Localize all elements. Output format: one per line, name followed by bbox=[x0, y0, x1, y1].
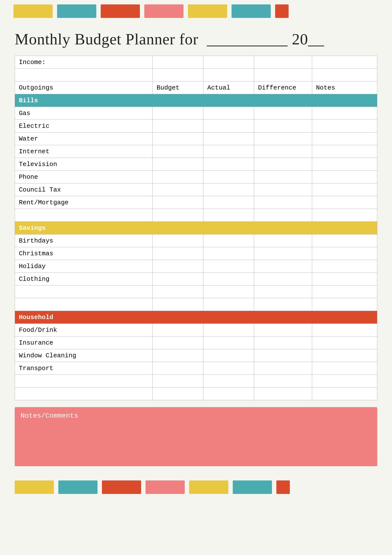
top-bar-yellow bbox=[13, 4, 53, 18]
title-area: Monthly Budget Planner for __________ 20… bbox=[0, 20, 392, 56]
savings-christmas-diff[interactable] bbox=[254, 247, 312, 260]
income-actual[interactable] bbox=[203, 56, 254, 69]
bills-television: Television bbox=[15, 158, 153, 171]
household-insurance-budget[interactable] bbox=[153, 336, 203, 349]
bills-tv-budget[interactable] bbox=[153, 158, 203, 171]
savings-christmas-budget[interactable] bbox=[153, 247, 203, 260]
bills-water-diff[interactable] bbox=[254, 132, 312, 145]
bills-phone-notes[interactable] bbox=[312, 171, 377, 183]
bills-tv-actual[interactable] bbox=[203, 158, 254, 171]
bills-gas: Gas bbox=[15, 107, 153, 120]
household-insurance-actual[interactable] bbox=[203, 336, 254, 349]
household-section-header: Household bbox=[15, 311, 377, 324]
household-transport-budget[interactable] bbox=[153, 362, 203, 375]
bills-electric-budget[interactable] bbox=[153, 120, 203, 132]
bills-gas-notes[interactable] bbox=[312, 107, 377, 120]
bills-electric-actual[interactable] bbox=[203, 120, 254, 132]
bills-council-tax-budget[interactable] bbox=[153, 183, 203, 196]
household-food-diff[interactable] bbox=[254, 324, 312, 336]
bills-water-budget[interactable] bbox=[153, 132, 203, 145]
bills-water-actual[interactable] bbox=[203, 132, 254, 145]
income-notes[interactable] bbox=[312, 56, 377, 69]
household-food-actual[interactable] bbox=[203, 324, 254, 336]
notes-section[interactable]: Notes/Comments bbox=[15, 407, 377, 466]
bills-gas-budget[interactable] bbox=[153, 107, 203, 120]
bills-electric-notes[interactable] bbox=[312, 120, 377, 132]
savings-clothing-budget[interactable] bbox=[153, 273, 203, 285]
household-transport-notes[interactable] bbox=[312, 362, 377, 375]
household-food-notes[interactable] bbox=[312, 324, 377, 336]
bills-rent-notes[interactable] bbox=[312, 196, 377, 209]
savings-holiday-diff[interactable] bbox=[254, 260, 312, 273]
header-budget: Budget bbox=[153, 81, 203, 94]
household-insurance-notes[interactable] bbox=[312, 336, 377, 349]
table-row: Rent/Mortgage bbox=[15, 196, 377, 209]
table-row: Window Cleaning bbox=[15, 349, 377, 362]
table-row: Television bbox=[15, 158, 377, 171]
savings-birthdays-budget[interactable] bbox=[153, 234, 203, 247]
bills-phone-actual[interactable] bbox=[203, 171, 254, 183]
bottom-bar-teal2 bbox=[233, 480, 272, 494]
savings-birthdays: Birthdays bbox=[15, 234, 153, 247]
bills-tv-notes[interactable] bbox=[312, 158, 377, 171]
bills-water-notes[interactable] bbox=[312, 132, 377, 145]
top-bar-teal bbox=[57, 4, 96, 18]
household-food-drink: Food/Drink bbox=[15, 324, 153, 336]
table-row: Food/Drink bbox=[15, 324, 377, 336]
savings-birthdays-diff[interactable] bbox=[254, 234, 312, 247]
savings-christmas-actual[interactable] bbox=[203, 247, 254, 260]
household-transport-actual[interactable] bbox=[203, 362, 254, 375]
savings-holiday-budget[interactable] bbox=[153, 260, 203, 273]
household-window-diff[interactable] bbox=[254, 349, 312, 362]
household-transport-diff[interactable] bbox=[254, 362, 312, 375]
title-suffix: __________ 20__ bbox=[207, 30, 324, 48]
bills-internet-actual[interactable] bbox=[203, 145, 254, 158]
bills-internet-budget[interactable] bbox=[153, 145, 203, 158]
bills-rent-actual[interactable] bbox=[203, 196, 254, 209]
savings-clothing-actual[interactable] bbox=[203, 273, 254, 285]
empty-row-bills bbox=[15, 209, 377, 222]
bottom-bar-teal bbox=[58, 480, 98, 494]
table-row: Internet bbox=[15, 145, 377, 158]
bottom-bar-yellow2 bbox=[189, 480, 228, 494]
bills-phone-diff[interactable] bbox=[254, 171, 312, 183]
budget-table: Income: Outgoings Budget Actual Differen… bbox=[15, 56, 377, 400]
bottom-bar-yellow bbox=[15, 480, 54, 494]
table-row: Insurance bbox=[15, 336, 377, 349]
savings-holiday-actual[interactable] bbox=[203, 260, 254, 273]
savings-clothing-diff[interactable] bbox=[254, 273, 312, 285]
bills-gas-actual[interactable] bbox=[203, 107, 254, 120]
bills-rent-diff[interactable] bbox=[254, 196, 312, 209]
savings-holiday-notes[interactable] bbox=[312, 260, 377, 273]
household-window-budget[interactable] bbox=[153, 349, 203, 362]
bills-council-tax-actual[interactable] bbox=[203, 183, 254, 196]
savings-christmas-notes[interactable] bbox=[312, 247, 377, 260]
notes-content[interactable] bbox=[21, 422, 371, 461]
bills-council-tax-notes[interactable] bbox=[312, 183, 377, 196]
savings-birthdays-actual[interactable] bbox=[203, 234, 254, 247]
bills-gas-diff[interactable] bbox=[254, 107, 312, 120]
bills-internet-notes[interactable] bbox=[312, 145, 377, 158]
income-budget[interactable] bbox=[153, 56, 203, 69]
empty-row-1 bbox=[15, 69, 377, 81]
bills-electric-diff[interactable] bbox=[254, 120, 312, 132]
table-row: Holiday bbox=[15, 260, 377, 273]
income-diff[interactable] bbox=[254, 56, 312, 69]
main-content: Income: Outgoings Budget Actual Differen… bbox=[0, 56, 392, 501]
bills-internet-diff[interactable] bbox=[254, 145, 312, 158]
bills-internet: Internet bbox=[15, 145, 153, 158]
household-window-notes[interactable] bbox=[312, 349, 377, 362]
header-notes: Notes bbox=[312, 81, 377, 94]
bottom-bar-red2 bbox=[276, 480, 290, 494]
bills-rent-budget[interactable] bbox=[153, 196, 203, 209]
household-window-actual[interactable] bbox=[203, 349, 254, 362]
bills-council-tax-diff[interactable] bbox=[254, 183, 312, 196]
savings-birthdays-notes[interactable] bbox=[312, 234, 377, 247]
household-insurance-diff[interactable] bbox=[254, 336, 312, 349]
title-text: Monthly Budget Planner for bbox=[15, 30, 198, 48]
bills-tv-diff[interactable] bbox=[254, 158, 312, 171]
table-row: Christmas bbox=[15, 247, 377, 260]
savings-clothing-notes[interactable] bbox=[312, 273, 377, 285]
household-food-budget[interactable] bbox=[153, 324, 203, 336]
bills-phone-budget[interactable] bbox=[153, 171, 203, 183]
